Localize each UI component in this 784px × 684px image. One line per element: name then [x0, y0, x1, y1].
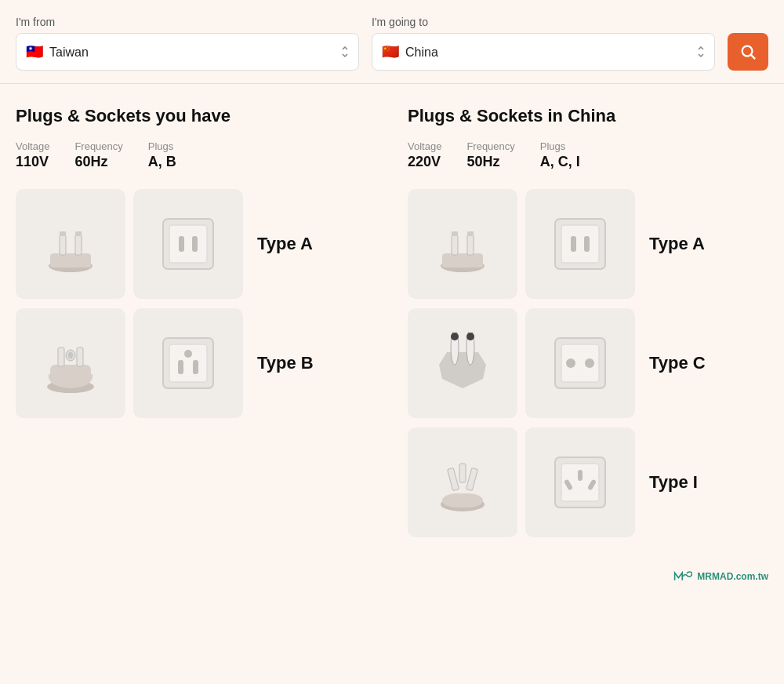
right-stats-row: Voltage 220V Frequency 50Hz Plugs A, C, … — [408, 140, 768, 170]
svg-point-40 — [566, 358, 575, 368]
svg-point-15 — [68, 352, 73, 358]
left-type-a-plug-card — [16, 189, 125, 299]
left-type-a-row: Type A — [16, 189, 376, 299]
svg-marker-33 — [439, 352, 486, 388]
svg-point-41 — [585, 358, 594, 368]
svg-rect-11 — [192, 236, 198, 252]
type-c-plug-illustration-right — [431, 332, 494, 395]
svg-rect-10 — [179, 236, 184, 252]
left-type-b-row: Type B — [16, 308, 376, 418]
svg-rect-3 — [50, 253, 91, 267]
svg-rect-4 — [60, 235, 66, 255]
right-type-a-row: Type A — [408, 189, 768, 299]
svg-rect-17 — [77, 347, 83, 366]
to-select-group: I'm going to 🇨🇳 China — [372, 16, 715, 71]
svg-rect-45 — [466, 468, 478, 490]
svg-rect-7 — [75, 231, 82, 236]
left-voltage-stat: Voltage 110V — [16, 140, 49, 170]
right-frequency-value: 50Hz — [466, 154, 514, 170]
right-type-c-plug-card — [408, 308, 517, 418]
right-frequency-stat: Frequency 50Hz — [466, 140, 514, 170]
left-plugs-stat: Plugs A, B — [148, 140, 176, 170]
svg-rect-16 — [58, 347, 64, 366]
from-label: I'm from — [16, 16, 359, 28]
main-content: Plugs & Sockets you have Voltage 110V Fr… — [0, 84, 784, 562]
right-type-i-label: Type I — [649, 472, 698, 493]
svg-rect-30 — [561, 225, 599, 263]
svg-rect-25 — [452, 235, 458, 255]
header: I'm from 🇹🇼 Taiwan I'm going to 🇨🇳 China — [0, 0, 784, 84]
brand: MRMAD.com.tw — [673, 570, 768, 583]
left-plugs-value: A, B — [148, 154, 176, 170]
right-type-a-label: Type A — [649, 234, 705, 254]
svg-rect-6 — [60, 231, 66, 236]
to-select[interactable]: China — [405, 45, 705, 59]
svg-point-36 — [451, 333, 459, 340]
left-type-b-socket-card — [133, 308, 243, 418]
left-type-b-label: Type B — [257, 353, 314, 373]
left-type-b-plug-card — [16, 308, 125, 418]
svg-rect-32 — [584, 236, 590, 252]
from-select[interactable]: Taiwan — [49, 45, 349, 59]
left-type-a-socket-card — [133, 189, 243, 299]
from-select-group: I'm from 🇹🇼 Taiwan — [16, 16, 359, 71]
type-c-socket-illustration-right — [549, 332, 612, 395]
left-section-title: Plugs & Sockets you have — [16, 106, 376, 126]
svg-rect-51 — [578, 470, 583, 481]
svg-rect-27 — [452, 231, 458, 236]
right-section: Plugs & Sockets in China Voltage 220V Fr… — [408, 106, 768, 547]
left-plugs-label: Plugs — [148, 140, 176, 152]
svg-rect-26 — [467, 235, 474, 255]
svg-rect-28 — [467, 231, 474, 236]
from-flag: 🇹🇼 — [26, 43, 43, 60]
right-frequency-label: Frequency — [466, 140, 514, 152]
right-type-i-socket-card — [525, 428, 635, 537]
search-icon — [739, 43, 757, 60]
left-type-a-label: Type A — [257, 234, 313, 254]
type-b-socket-illustration-left — [157, 332, 220, 395]
right-section-title: Plugs & Sockets in China — [408, 106, 768, 126]
svg-rect-13 — [50, 365, 91, 377]
svg-rect-24 — [442, 253, 483, 267]
svg-rect-31 — [571, 236, 576, 252]
type-b-plug-illustration-left — [39, 332, 102, 395]
svg-point-20 — [184, 350, 192, 358]
right-type-c-label: Type C — [649, 353, 706, 373]
right-voltage-stat: Voltage 220V — [408, 140, 441, 170]
type-i-plug-illustration-right — [431, 451, 494, 514]
right-type-a-socket-card — [525, 189, 635, 299]
left-voltage-value: 110V — [16, 154, 49, 170]
left-frequency-value: 60Hz — [74, 154, 122, 170]
to-select-wrapper[interactable]: 🇨🇳 China — [372, 33, 715, 71]
brand-name: MRMAD.com.tw — [697, 571, 768, 582]
type-i-socket-illustration-right — [549, 451, 612, 514]
svg-rect-21 — [178, 360, 183, 374]
type-a-socket-illustration-right — [549, 213, 612, 275]
left-voltage-label: Voltage — [16, 140, 49, 152]
svg-rect-43 — [442, 493, 483, 508]
right-type-i-plug-card — [408, 428, 517, 537]
left-frequency-stat: Frequency 60Hz — [74, 140, 122, 170]
type-a-plug-illustration-left — [39, 213, 102, 275]
svg-rect-9 — [169, 225, 207, 263]
from-select-wrapper[interactable]: 🇹🇼 Taiwan — [16, 33, 359, 71]
svg-line-1 — [751, 55, 755, 59]
footer: MRMAD.com.tw — [0, 562, 784, 591]
svg-rect-46 — [459, 464, 466, 482]
right-type-c-row: Type C — [408, 308, 768, 418]
svg-rect-5 — [75, 235, 82, 255]
right-voltage-value: 220V — [408, 154, 441, 170]
right-type-i-row: Type I — [408, 428, 768, 537]
left-section: Plugs & Sockets you have Voltage 110V Fr… — [16, 106, 376, 547]
svg-rect-44 — [448, 468, 459, 490]
right-plugs-label: Plugs — [540, 140, 580, 152]
type-a-socket-illustration-left — [157, 213, 220, 275]
right-type-c-socket-card — [525, 308, 635, 418]
to-flag: 🇨🇳 — [382, 43, 399, 60]
svg-point-0 — [742, 46, 753, 56]
to-label: I'm going to — [372, 16, 715, 28]
right-type-a-plug-card — [408, 189, 517, 299]
right-voltage-label: Voltage — [408, 140, 441, 152]
left-stats-row: Voltage 110V Frequency 60Hz Plugs A, B — [16, 140, 376, 170]
search-button[interactable] — [728, 33, 768, 71]
